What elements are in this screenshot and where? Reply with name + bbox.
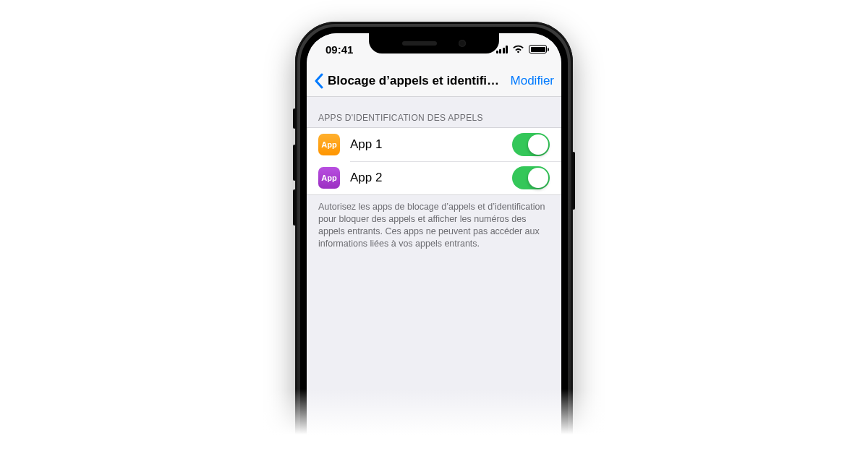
back-button[interactable] <box>314 73 323 89</box>
volume-down-button <box>293 189 296 226</box>
power-button <box>572 152 575 210</box>
page-title: Blocage d’appels et identific… <box>328 74 506 88</box>
battery-icon <box>529 45 547 53</box>
earpiece-speaker <box>402 41 437 46</box>
status-time: 09:41 <box>326 43 353 56</box>
app-name-label: App 2 <box>350 171 502 185</box>
notch <box>369 33 499 53</box>
section-footer-note: Autorisez les apps de blocage d’appels e… <box>307 195 561 250</box>
phone-screen: 09:41 <box>307 33 561 454</box>
mute-switch <box>293 108 296 129</box>
front-camera <box>459 40 466 47</box>
wifi-icon <box>512 45 524 53</box>
list-item: App App 2 <box>307 161 561 194</box>
app-icon: App <box>318 167 340 189</box>
edit-button[interactable]: Modifier <box>511 74 554 88</box>
volume-up-button <box>293 145 296 181</box>
app-toggle-switch[interactable] <box>512 166 550 189</box>
phone-device-frame: 09:41 <box>295 22 573 454</box>
app-icon: App <box>318 134 340 155</box>
app-toggle-switch[interactable] <box>512 133 550 156</box>
list-item: App App 1 <box>307 128 561 161</box>
navigation-bar: Blocage d’appels et identific… Modifier <box>307 65 561 97</box>
section-header: APPS D'IDENTIFICATION DES APPELS <box>307 97 561 127</box>
caller-id-apps-list: App App 1 App App 2 <box>307 127 561 195</box>
app-name-label: App 1 <box>350 137 502 152</box>
